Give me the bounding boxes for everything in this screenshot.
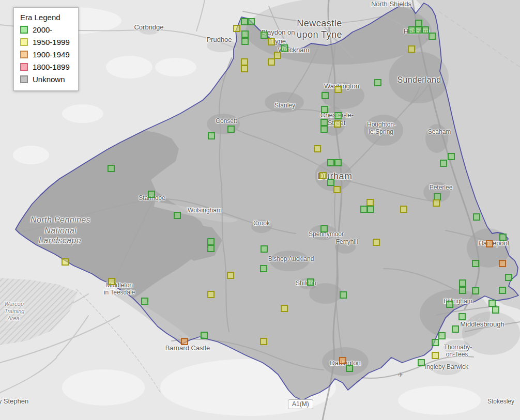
map-marker-2000[interactable]	[472, 260, 479, 267]
map-marker-2000[interactable]	[320, 225, 328, 232]
map-marker-2000[interactable]	[408, 26, 416, 34]
map-marker-2000[interactable]	[207, 238, 215, 245]
map-marker-2000[interactable]	[141, 298, 148, 305]
map-marker-2000[interactable]	[334, 112, 342, 119]
map-marker-1950[interactable]	[268, 58, 275, 66]
road-shield: A1(M)	[288, 399, 313, 409]
map-marker-1950[interactable]	[433, 199, 440, 207]
map-marker-2000[interactable]	[320, 119, 328, 126]
map-marker-1950[interactable]	[281, 305, 288, 312]
map-marker-2000[interactable]	[227, 126, 235, 133]
map-marker-2000[interactable]	[322, 92, 329, 99]
map-marker-2000[interactable]	[448, 153, 455, 160]
era-legend: Era Legend 2000-1950-19991900-19491800-1…	[13, 7, 79, 91]
map-marker-2000[interactable]	[415, 26, 422, 34]
map-marker-1950[interactable]	[233, 25, 240, 32]
map-marker-2000[interactable]	[201, 332, 208, 339]
map-marker-1950[interactable]	[241, 65, 248, 72]
map-marker-1950[interactable]	[268, 38, 275, 45]
map-marker-2000[interactable]	[360, 206, 368, 213]
map-marker-1950[interactable]	[408, 45, 415, 53]
map-marker-1950[interactable]	[207, 291, 215, 298]
legend-swatch-icon	[20, 75, 28, 83]
map-marker-2000[interactable]	[440, 160, 447, 167]
map-marker-2000[interactable]	[241, 18, 248, 25]
map-marker-1950[interactable]	[108, 278, 115, 285]
map-marker-2000[interactable]	[499, 234, 507, 241]
map-marker-1950[interactable]	[432, 352, 439, 359]
map-container: Newcastleupon TyneNorth ShieldsHebburnHe…	[0, 0, 520, 420]
map-marker-1950[interactable]	[334, 86, 342, 93]
map-marker-1950[interactable]	[241, 58, 248, 66]
map-marker-1900[interactable]	[499, 260, 506, 267]
map-marker-1950[interactable]	[333, 186, 341, 193]
map-marker-2000[interactable]	[422, 26, 429, 34]
map-marker-1950[interactable]	[260, 338, 267, 345]
map-marker-2000[interactable]	[458, 313, 466, 320]
map-marker-2000[interactable]	[174, 212, 181, 219]
map-marker-2000[interactable]	[459, 279, 466, 287]
map-marker-1900[interactable]	[181, 338, 188, 345]
map-marker-2000[interactable]	[307, 278, 314, 286]
map-marker-2000[interactable]	[208, 132, 215, 139]
legend-item-label: 1800-1899	[33, 63, 70, 71]
legend-title: Era Legend	[20, 13, 70, 22]
map-marker-2000[interactable]	[108, 165, 115, 172]
legend-item-label: 1950-1999	[33, 38, 70, 46]
map-marker-1950[interactable]	[400, 206, 407, 213]
legend-item: 1800-1899	[20, 63, 70, 71]
legend-item-label: Unknown	[33, 75, 65, 84]
legend-swatch-icon	[20, 26, 28, 34]
map-marker-2000[interactable]	[459, 287, 466, 294]
map-marker-1950[interactable]	[62, 258, 69, 266]
legend-swatch-icon	[20, 63, 28, 71]
map-marker-2000[interactable]	[367, 206, 374, 213]
map-marker-2000[interactable]	[261, 32, 268, 39]
legend-item-label: 1900-1949	[33, 50, 70, 59]
map-marker-2000[interactable]	[374, 79, 381, 86]
map-marker-2000[interactable]	[320, 126, 328, 133]
map-marker-2000[interactable]	[148, 191, 155, 198]
map-marker-2000[interactable]	[472, 287, 479, 294]
legend-item: Unknown	[20, 75, 70, 84]
map-marker-1950[interactable]	[274, 52, 281, 59]
map-marker-1950[interactable]	[366, 199, 374, 206]
map-marker-2000[interactable]	[418, 359, 425, 366]
map-marker-2000[interactable]	[241, 38, 249, 45]
map-marker-2000[interactable]	[432, 339, 439, 346]
map-marker-1950[interactable]	[334, 120, 341, 128]
map-marker-2000[interactable]	[340, 291, 347, 299]
map-marker-2000[interactable]	[505, 274, 512, 281]
legend-item: 2000-	[20, 25, 70, 34]
map-marker-1900[interactable]	[339, 357, 346, 364]
map-marker-2000[interactable]	[499, 287, 506, 294]
map-marker-2000[interactable]	[334, 159, 342, 166]
map-marker-2000[interactable]	[207, 245, 215, 252]
map-marker-2000[interactable]	[346, 365, 353, 372]
map-marker-1900[interactable]	[486, 240, 493, 247]
map-marker-1950[interactable]	[373, 239, 380, 246]
legend-swatch-icon	[20, 51, 28, 58]
map-marker-2000[interactable]	[415, 20, 422, 27]
map-marker-1950[interactable]	[314, 145, 321, 152]
map-marker-2000[interactable]	[446, 301, 453, 308]
legend-item: 1950-1999	[20, 38, 70, 46]
map-marker-2000[interactable]	[327, 159, 334, 166]
map-marker-2000[interactable]	[492, 306, 499, 314]
map-marker-2000[interactable]	[488, 300, 496, 307]
map-marker-1950[interactable]	[319, 172, 327, 179]
map-marker-2000[interactable]	[321, 106, 328, 113]
map-marker-2000[interactable]	[438, 332, 446, 339]
legend-items: 2000-1950-19991900-19491800-1899Unknown	[20, 25, 70, 84]
map-marker-2000[interactable]	[248, 18, 255, 25]
map-marker-2000[interactable]	[281, 44, 288, 52]
legend-swatch-icon	[20, 38, 28, 46]
map-marker-2000[interactable]	[260, 265, 267, 272]
map-marker-2000[interactable]	[473, 213, 480, 221]
map-marker-2000[interactable]	[327, 179, 334, 186]
map-marker-2000[interactable]	[452, 325, 459, 333]
map-marker-2000[interactable]	[261, 245, 268, 253]
map-marker-1950[interactable]	[227, 272, 234, 279]
map-marker-2000[interactable]	[429, 33, 436, 40]
map-marker-2000[interactable]	[241, 30, 249, 38]
